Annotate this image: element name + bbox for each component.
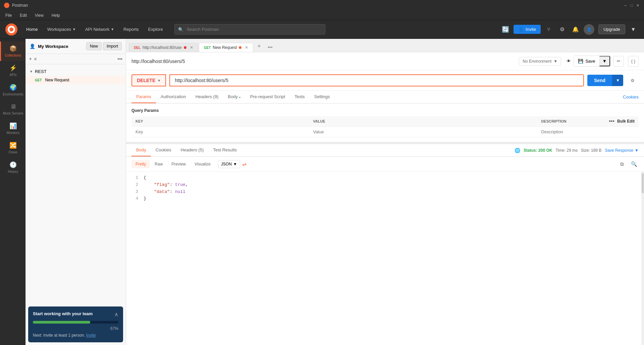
collection-rest[interactable]: ▼ REST [25,67,126,76]
send-button[interactable]: Send [587,75,612,86]
response-tab-body[interactable]: Body [131,144,151,156]
panel-sort-icon[interactable]: ≡ [34,56,37,62]
response-tab-test-results[interactable]: Test Results [208,144,241,156]
copy-button[interactable]: ⧉ [617,159,627,169]
line-number-3: 3 [131,189,138,196]
tab-body[interactable]: Body ● [223,91,245,103]
nav-workspaces[interactable]: Workspaces ▼ [43,24,80,34]
tab-close-get[interactable]: ✕ [245,45,248,50]
format-selector[interactable]: JSON ▼ [218,160,240,168]
cookies-link[interactable]: Cookies [623,94,639,99]
import-button[interactable]: Import [103,42,122,50]
description-input[interactable] [541,129,635,134]
bulk-edit-button[interactable]: Bulk Edit [617,119,635,124]
avatar[interactable]: 👤 [584,24,594,35]
invite-link[interactable]: Invite [86,333,96,338]
more-tabs-button[interactable]: ••• [264,43,276,52]
expand-icon: ▼ [30,70,33,73]
next-label: Next: Invite at least 1 person. [33,333,85,338]
add-tab-button[interactable]: + [254,41,264,52]
new-button[interactable]: New [86,42,102,50]
search-response-button[interactable]: 🔍 [629,159,639,169]
nav-explore[interactable]: Explore [144,24,168,34]
key-input[interactable] [136,129,305,134]
search-box[interactable]: 🔍 Search Postman [174,24,325,34]
format-tab-raw[interactable]: Raw [151,160,167,168]
menu-edit[interactable]: Edit [18,12,28,18]
scrollbar-thumb [642,173,644,193]
tab-pre-request[interactable]: Pre-request Script [245,91,290,103]
panel-actions: New Import [86,42,122,50]
response-tab-cookies[interactable]: Cookies [151,144,176,156]
menu-help[interactable]: Help [50,12,61,18]
sidebar-item-flows[interactable]: 🔀 Flows [0,138,25,158]
tab-headers[interactable]: Headers (9) [191,91,223,103]
code-content-2: "flag": true, [144,182,188,189]
response-tab-headers[interactable]: Headers (5) [176,144,209,156]
sidebar-item-collections[interactable]: 📦 Collections [0,42,25,61]
send-dropdown-button[interactable]: ▼ [612,75,623,86]
menu-file[interactable]: File [4,12,13,18]
save-button[interactable]: 💾 Save [574,56,599,66]
format-icon[interactable]: ⇌ [242,161,247,167]
nav-api-network[interactable]: API Network ▼ [80,24,119,34]
tab-get-request[interactable]: GET New Request ✕ [199,43,254,52]
tab-del-request[interactable]: DEL http://localhost:80/use ✕ [129,43,198,52]
url-input[interactable] [170,75,583,86]
header: Home Workspaces ▼ API Network ▼ Reports … [0,20,644,39]
save-response-button[interactable]: Save Response ▼ [605,148,639,153]
team-panel: Start working with your team ∧ 67% Next:… [28,306,123,342]
minimize-button[interactable]: ─ [623,3,628,8]
tab-tests[interactable]: Tests [290,91,309,103]
params-more-button[interactable]: ••• [609,118,614,124]
tab-settings[interactable]: Settings [310,91,335,103]
method-selector[interactable]: DELETE ▼ [131,74,166,86]
edit-button[interactable]: ✏ [613,56,624,67]
code-content-1: { [144,175,146,182]
window-controls[interactable]: ─ □ ✕ [623,3,640,8]
maximize-button[interactable]: □ [629,3,634,8]
panel-more-icon[interactable]: ••• [117,56,122,62]
format-tab-preview[interactable]: Preview [167,160,190,168]
format-tab-visualize[interactable]: Visualize [191,160,215,168]
sidebar-item-monitors[interactable]: 📊 Monitors [0,119,25,138]
line-number-1: 1 [131,175,138,182]
response-meta: 🌐 Status: 200 OK Time: 29 ms Size: 189 B… [515,148,639,153]
invite-icon: 👤 [518,27,524,32]
notifications-icon[interactable]: 🔔 [570,24,581,35]
tab-dot-del [184,46,186,49]
response-format-bar: Pretty Raw Preview Visualize JSON ▼ ⇌ ⧉ … [126,157,644,172]
tab-close-del[interactable]: ✕ [190,45,193,50]
scrollbar[interactable] [641,172,644,345]
team-close-button[interactable]: ∧ [114,311,118,318]
sidebar-item-mock-servers[interactable]: 🖥 Mock Servers [0,100,25,119]
dropdown-arrow-icon[interactable]: ▼ [628,24,639,35]
request-item-new-request[interactable]: GET New Request [25,76,126,84]
tab-params[interactable]: Params [131,91,156,103]
close-button[interactable]: ✕ [635,3,640,8]
tab-authorization[interactable]: Authorization [156,91,191,103]
sidebar-item-environments[interactable]: 🌍 Environments [0,80,25,100]
format-tab-pretty[interactable]: Pretty [131,160,150,168]
code-button[interactable]: { } [628,56,639,67]
app-title: Postman [12,3,28,8]
save-dropdown-button[interactable]: ▼ [599,56,610,66]
menu-view[interactable]: View [34,12,45,18]
request-settings-icon[interactable]: ⚙ [627,74,639,86]
env-dropdown-icon: ▼ [553,59,557,64]
upgrade-button[interactable]: Upgrade [598,24,625,34]
fork-icon[interactable]: ⑂ [543,24,554,35]
response-section: Body Cookies Headers (5) Test Results 🌐 … [126,144,644,345]
sync-icon[interactable]: 🔄 [500,24,511,35]
env-eye-icon[interactable]: 👁 [567,59,571,64]
settings-icon[interactable]: ⚙ [557,24,568,35]
line-number-2: 2 [131,182,138,189]
sidebar-item-apis[interactable]: ⚡ APIs [0,61,25,80]
value-input[interactable] [313,129,533,134]
panel-add-icon[interactable]: + [29,56,32,62]
nav-reports[interactable]: Reports [119,24,144,34]
nav-home[interactable]: Home [21,24,43,34]
environment-selector[interactable]: No Environment ▼ [519,57,561,66]
sidebar-item-history[interactable]: 🕐 History [0,158,25,177]
invite-button[interactable]: 👤 Invite [514,25,541,34]
